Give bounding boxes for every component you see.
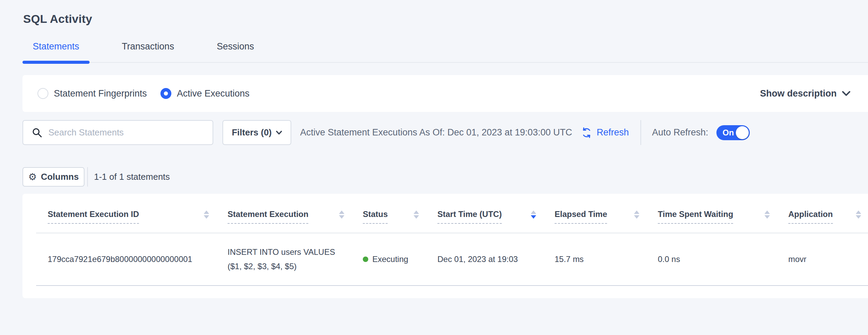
sort-desc-active-icon[interactable] bbox=[531, 209, 536, 219]
radio-unselected-icon bbox=[37, 88, 48, 99]
radio-active-executions-label: Active Executions bbox=[177, 88, 249, 99]
column-header-application[interactable]: Application bbox=[777, 209, 868, 224]
status-executing-dot-icon bbox=[363, 257, 368, 262]
cell-status: Executing bbox=[351, 254, 426, 264]
auto-refresh-label: Auto Refresh: bbox=[652, 127, 708, 138]
radio-selected-icon bbox=[160, 88, 171, 99]
statements-table: Statement Execution ID Statement Executi… bbox=[36, 194, 868, 286]
column-header-elapsed-time[interactable]: Elapsed Time bbox=[543, 209, 646, 224]
sort-icon[interactable] bbox=[634, 209, 639, 219]
tab-bar: Statements Transactions Sessions bbox=[22, 41, 868, 63]
columns-button[interactable]: ⚙ Columns bbox=[22, 167, 84, 187]
auto-refresh-toggle[interactable]: On bbox=[716, 125, 750, 140]
divider bbox=[640, 120, 641, 145]
refresh-button-label: Refresh bbox=[596, 127, 629, 138]
cell-elapsed-time: 15.7 ms bbox=[543, 254, 646, 264]
cell-statement-execution[interactable]: INSERT INTO users VALUES ($1, $2, $3, $4… bbox=[216, 245, 351, 274]
search-icon bbox=[32, 128, 42, 138]
as-of-text: Active Statement Executions As Of: Dec 0… bbox=[300, 127, 572, 138]
tab-statements[interactable]: Statements bbox=[22, 41, 90, 62]
tab-sessions[interactable]: Sessions bbox=[206, 41, 264, 62]
gear-icon: ⚙ bbox=[28, 172, 37, 182]
sql-activity-page: SQL Activity Statements Transactions Ses… bbox=[0, 0, 868, 335]
cell-application: movr bbox=[777, 254, 868, 264]
chevron-down-icon bbox=[276, 131, 282, 135]
sort-icon[interactable] bbox=[764, 209, 770, 219]
radio-statement-fingerprints[interactable]: Statement Fingerprints bbox=[37, 88, 147, 99]
table-header-row: Statement Execution ID Statement Executi… bbox=[36, 194, 868, 233]
table-row[interactable]: 179cca7921e679b80000000000000001 INSERT … bbox=[36, 233, 868, 286]
show-description-label: Show description bbox=[760, 88, 837, 99]
columns-button-label: Columns bbox=[41, 172, 79, 182]
tab-sessions-label: Sessions bbox=[217, 41, 254, 52]
column-header-statement-execution[interactable]: Statement Execution bbox=[216, 209, 351, 224]
table-toolbar: ⚙ Columns 1-1 of 1 statements bbox=[22, 167, 868, 187]
view-mode-card: Statement Fingerprints Active Executions… bbox=[22, 75, 868, 112]
sort-icon[interactable] bbox=[414, 209, 419, 219]
cell-start-time: Dec 01, 2023 at 19:03 bbox=[426, 254, 543, 264]
radio-active-executions[interactable]: Active Executions bbox=[160, 88, 249, 99]
statements-table-card: Statement Execution ID Statement Executi… bbox=[22, 194, 868, 298]
column-header-status[interactable]: Status bbox=[351, 209, 426, 224]
cell-execution-id[interactable]: 179cca7921e679b80000000000000001 bbox=[36, 254, 216, 264]
divider bbox=[87, 167, 88, 187]
radio-statement-fingerprints-label: Statement Fingerprints bbox=[54, 88, 147, 99]
column-header-time-spent-waiting[interactable]: Time Spent Waiting bbox=[646, 209, 777, 224]
refresh-button[interactable]: Refresh bbox=[581, 127, 629, 139]
cell-time-spent-waiting: 0.0 ns bbox=[646, 254, 777, 264]
sort-icon[interactable] bbox=[204, 209, 209, 219]
tab-transactions[interactable]: Transactions bbox=[112, 41, 185, 62]
column-header-statement-execution-id[interactable]: Statement Execution ID bbox=[36, 209, 216, 224]
sort-icon[interactable] bbox=[856, 209, 861, 219]
toggle-knob bbox=[736, 126, 749, 139]
auto-refresh-toggle-state: On bbox=[723, 128, 734, 137]
tab-statements-label: Statements bbox=[33, 41, 79, 52]
show-description-button[interactable]: Show description bbox=[760, 88, 868, 99]
chevron-down-icon bbox=[842, 91, 850, 96]
sort-icon[interactable] bbox=[339, 209, 344, 219]
controls-row: Filters (0) Active Statement Executions … bbox=[22, 120, 868, 145]
search-input-wrapper bbox=[22, 120, 213, 145]
refresh-icon bbox=[581, 127, 592, 139]
filters-button-label: Filters (0) bbox=[232, 127, 272, 138]
column-header-start-time[interactable]: Start Time (UTC) bbox=[426, 209, 543, 224]
page-title: SQL Activity bbox=[0, 0, 868, 26]
filters-button[interactable]: Filters (0) bbox=[222, 120, 291, 145]
tab-transactions-label: Transactions bbox=[122, 41, 174, 52]
search-input[interactable] bbox=[48, 127, 198, 138]
status-label: Executing bbox=[372, 254, 408, 264]
result-count: 1-1 of 1 statements bbox=[94, 172, 170, 182]
